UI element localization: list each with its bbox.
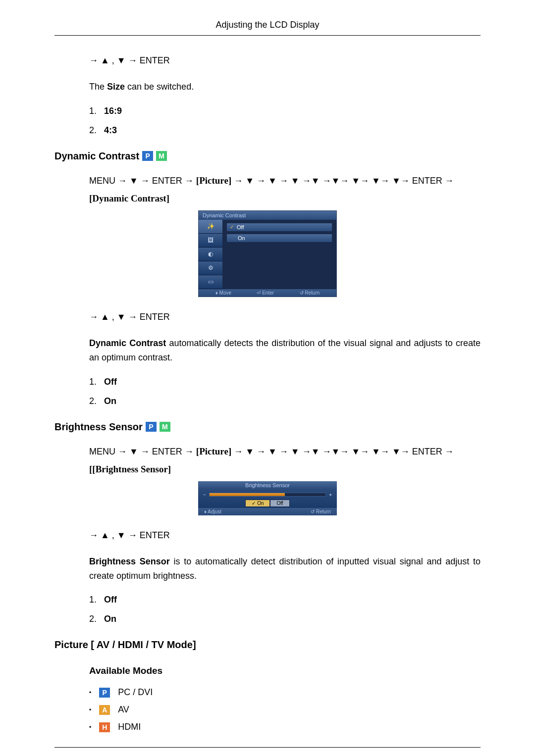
picture-mode-heading: Picture [ AV / HDMI / TV Mode] <box>54 639 481 651</box>
item-num: 1. <box>89 377 104 387</box>
osd-body: − + ✓ On Off <box>198 489 337 508</box>
mode-label: PC / DVI <box>118 687 153 698</box>
dc-list: 1.Off 2.On <box>89 377 481 406</box>
path-pre: MENU → ▼ → ENTER → <box>89 176 196 186</box>
osd-tab-icon: 🖼 <box>199 234 222 248</box>
heading-text: Picture [ AV / HDMI / TV Mode] <box>54 639 196 651</box>
item-num: 2. <box>89 396 104 406</box>
osd-onoff-row: ✓ On Off <box>203 500 332 507</box>
osd-tab-icon: ⚙ <box>199 261 222 275</box>
a-mode-icon: A <box>99 705 110 715</box>
on-label: On <box>257 501 264 506</box>
bullet-icon: • <box>89 689 91 696</box>
osd-title: Dynamic Contrast <box>199 211 336 220</box>
p-mode-icon: P <box>142 151 153 161</box>
page-header: Adjusting the LCD Display <box>54 20 481 36</box>
osd-slider-fill <box>210 493 285 496</box>
footer-enter: ⏎ Enter <box>257 290 274 296</box>
size-desc-bold: Size <box>107 82 125 92</box>
item-label: Off <box>104 595 117 605</box>
size-nav: → ▲ , ▼ → ENTER <box>89 55 481 66</box>
dc-desc-bold: Dynamic Contrast <box>89 338 166 348</box>
mode-label: HDMI <box>118 722 141 732</box>
item-label: 4:3 <box>104 125 117 135</box>
dc-desc: Dynamic Contrast automatically detects t… <box>89 336 481 365</box>
item-label: Off <box>104 377 117 387</box>
osd-title: Brightness Sensor <box>198 481 337 489</box>
bullet-icon: • <box>89 706 91 713</box>
osd-slider-row: − + <box>203 492 332 498</box>
item-num: 1. <box>89 106 104 116</box>
dynamic-contrast-heading: Dynamic Contrast PM <box>54 151 481 162</box>
list-item: 1.Off <box>89 377 481 387</box>
plus-icon: + <box>329 492 332 498</box>
available-modes-heading: Available Modes <box>89 665 481 676</box>
bs-menu-path: MENU → ▼ → ENTER → [Picture] → ▼ → ▼ → ▼… <box>89 443 481 478</box>
osd-tab-icon: ✨ <box>199 220 222 234</box>
osd-option-off: ✓Off <box>226 223 332 232</box>
path-pre: MENU → ▼ → ENTER → <box>89 447 196 456</box>
footer-return: ↺ Return <box>311 509 331 514</box>
bs-osd-screenshot: Brightness Sensor − + ✓ On Off ♦ Adjust … <box>198 481 337 515</box>
brightness-sensor-heading: Brightness Sensor PM <box>54 421 481 433</box>
item-label: On <box>104 614 116 624</box>
mode-item-hdmi: • H HDMI <box>89 722 481 732</box>
path-picture: [Picture] <box>196 446 231 456</box>
size-desc-post: can be switched. <box>125 82 194 92</box>
osd-body: ✨ 🖼 ◐ ⚙ ▭ ✓Off On <box>199 220 336 289</box>
dc-menu-path: MENU → ▼ → ENTER → [Picture] → ▼ → ▼ → ▼… <box>89 172 481 207</box>
osd-footer: ♦ Adjust ↺ Return <box>198 508 337 515</box>
osd-option-on: On <box>226 234 332 243</box>
osd-off-button: Off <box>270 500 289 507</box>
dc-nav: → ▲ , ▼ → ENTER <box>89 312 481 322</box>
p-mode-icon: P <box>99 688 110 698</box>
bullet-icon: • <box>89 724 91 731</box>
m-mode-icon: M <box>156 151 167 161</box>
path-picture: [Picture] <box>196 175 231 186</box>
bs-list: 1.Off 2.On <box>89 595 481 624</box>
osd-slider-bar <box>209 493 326 497</box>
osd-footer: ♦ Move ⏎ Enter ↺ Return <box>199 289 336 297</box>
list-item: 1.Off <box>89 595 481 605</box>
footer-rule <box>54 747 481 748</box>
size-list: 1.16:9 2.4:3 <box>89 106 481 136</box>
mode-label: AV <box>118 705 129 715</box>
item-num: 1. <box>89 595 104 605</box>
list-item: 2.On <box>89 614 481 624</box>
footer-return: ↺ Return <box>300 290 320 296</box>
size-desc-pre: The <box>89 82 107 92</box>
h-mode-icon: H <box>99 722 110 732</box>
bs-nav: → ▲ , ▼ → ENTER <box>89 530 481 541</box>
path-mid: → ▼ → ▼ → ▼ →▼ →▼→ ▼→ ▼→ ▼→ ENTER → <box>231 176 454 186</box>
path-bracket: [Dynamic Contrast] <box>89 193 169 203</box>
size-desc: The Size can be switched. <box>89 80 481 94</box>
item-num: 2. <box>89 614 104 624</box>
item-label: On <box>104 396 116 406</box>
path-bracket: [[Brightness Sensor] <box>89 464 171 474</box>
opt-label: On <box>238 235 245 241</box>
osd-tab-icon: ▭ <box>199 275 222 289</box>
heading-text: Brightness Sensor <box>54 421 143 433</box>
osd-tab-icon: ◐ <box>199 248 222 261</box>
bs-desc-bold: Brightness Sensor <box>89 556 170 566</box>
m-mode-icon: M <box>160 422 170 432</box>
heading-text: Dynamic Contrast <box>54 151 139 162</box>
osd-options: ✓Off On <box>222 220 336 289</box>
footer-move: ♦ Move <box>215 290 231 296</box>
minus-icon: − <box>203 492 206 498</box>
modes-list: • P PC / DVI • A AV • H HDMI <box>89 687 481 732</box>
list-item: 2.On <box>89 396 481 406</box>
dc-osd-screenshot: Dynamic Contrast ✨ 🖼 ◐ ⚙ ▭ ✓Off On ♦ Mov… <box>198 210 337 297</box>
list-item: 1.16:9 <box>89 106 481 116</box>
bs-desc: Brightness Sensor is to automatically de… <box>89 554 481 583</box>
mode-item-av: • A AV <box>89 705 481 715</box>
check-icon: ✓ <box>252 501 256 506</box>
path-mid: → ▼ → ▼ → ▼ →▼ →▼→ ▼→ ▼→ ▼→ ENTER → <box>231 447 454 456</box>
osd-sidebar: ✨ 🖼 ◐ ⚙ ▭ <box>199 220 222 289</box>
p-mode-icon: P <box>146 422 157 432</box>
mode-item-pc: • P PC / DVI <box>89 687 481 698</box>
item-num: 2. <box>89 125 104 136</box>
osd-on-button: ✓ On <box>245 500 270 507</box>
footer-adjust: ♦ Adjust <box>204 509 221 514</box>
list-item: 2.4:3 <box>89 125 481 136</box>
